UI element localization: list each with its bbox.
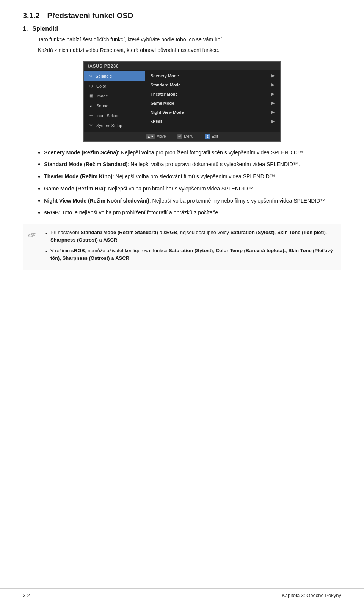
note-dot-2: • — [46, 248, 47, 256]
input-icon: ↩ — [88, 113, 94, 118]
note-bold-srgb: sRGB — [163, 229, 177, 235]
bullet-term-srgb: sRGB: — [44, 209, 61, 215]
osd-right-srgb-label: sRGB — [151, 119, 162, 124]
intro-text-1: Tato funkce nabízí šest dílčích funkcí, … — [38, 35, 341, 44]
splendid-s-icon: S — [88, 74, 93, 79]
bullet-text-srgb: sRGB: Toto je nejlepší volba pro prohlíž… — [44, 209, 341, 217]
sub1-number: 1. — [23, 25, 28, 32]
osd-menu-sound[interactable]: ♫ Sound — [84, 101, 145, 111]
osd-brand: /ASUS PB238 — [88, 64, 119, 68]
color-icon: ⬡ — [88, 83, 94, 89]
note-bold-ascr1: ASCR — [103, 237, 117, 243]
bullet-term-standard: Standard Mode (Režim Standard) — [44, 161, 127, 167]
osd-menu-color[interactable]: ⬡ Color — [84, 81, 145, 91]
bullet-term-scenery: Scenery Mode (Režim Scéna) — [44, 149, 118, 156]
osd-right-game-label: Game Mode — [151, 101, 174, 105]
bullet-text-scenery: Scenery Mode (Režim Scéna): Nejlepší vol… — [44, 149, 341, 157]
osd-footer-exit: S Exit — [205, 134, 218, 139]
osd-right-standard-label: Standard Mode — [151, 83, 180, 87]
osd-right-theater-label: Theater Mode — [151, 92, 178, 96]
sub1-title: Splendid — [32, 25, 58, 32]
footer-chapter: Kapitola 3: Obecné Pokyny — [282, 593, 341, 598]
intro-text-2: Každá z nich nabízí volbu Resetovat, kte… — [38, 46, 341, 54]
osd-footer-menu-label: Menu — [184, 134, 193, 138]
note-text-1: Při nastavení Standard Mode (Režim Stand… — [50, 229, 335, 244]
osd-right-srgb[interactable]: sRGB ▶ — [145, 117, 280, 126]
bullet-standard: • Standard Mode (Režim Standard): Nejlep… — [38, 160, 341, 169]
bullet-dot-6: • — [38, 209, 40, 216]
bullet-srgb: • sRGB: Toto je nejlepší volba pro prohl… — [38, 209, 341, 217]
osd-footer-move: ▲▼ Move — [146, 134, 166, 139]
osd-menu-system-label: System Setup — [96, 123, 122, 128]
section-heading-row: 3.1.2 Představení funkcí OSD — [23, 11, 341, 20]
note-box: ✏ • Při nastavení Standard Mode (Režim S… — [23, 224, 341, 270]
note-item-2: • V režimu sRGB, nemůže uživatel konfigu… — [46, 247, 335, 262]
exit-s-icon: S — [205, 134, 210, 139]
note-bold-ascr2: ASCR — [115, 255, 129, 261]
osd-menu-input-select[interactable]: ↩ Input Select — [84, 111, 145, 121]
bullet-dot-5: • — [38, 198, 40, 204]
sound-icon: ♫ — [88, 103, 94, 108]
osd-menu-system-setup[interactable]: ✂ System Setup — [84, 121, 145, 130]
bullet-text-game: Game Mode (Režim Hra): Nejlepší volba pr… — [44, 185, 341, 193]
bullet-dot-3: • — [38, 173, 40, 180]
bullet-term-theater: Theater Mode (Režim Kino) — [44, 173, 112, 179]
image-icon: ▦ — [88, 93, 94, 99]
note-bold-srgb2: sRGB — [71, 248, 85, 253]
move-icon: ▲▼ — [146, 134, 155, 139]
osd-arrow-nightview: ▶ — [271, 110, 275, 114]
osd-menu-splendid[interactable]: S Splendid — [84, 71, 145, 81]
osd-menu-image-label: Image — [96, 94, 108, 98]
osd-right-menu: Scenery Mode ▶ Standard Mode ▶ Theater M… — [145, 70, 280, 132]
note-bold-saturation2: Saturation (Sytost) — [169, 248, 213, 253]
osd-menu-color-label: Color — [96, 84, 106, 88]
bullet-term-game: Game Mode (Režim Hra) — [44, 185, 105, 192]
note-text-2: V režimu sRGB, nemůže uživatel konfiguro… — [50, 247, 335, 262]
menu-icon: ↵ — [177, 134, 182, 139]
bullet-nightview: • Night View Mode (Režim Noční sledování… — [38, 197, 341, 205]
osd-right-scenery[interactable]: Scenery Mode ▶ — [145, 71, 280, 80]
system-icon: ✂ — [88, 123, 94, 128]
osd-screenshot: /ASUS PB238 S Splendid ⬡ Color ▦ Image ♫ — [83, 61, 281, 142]
bullet-text-theater: Theater Mode (Režim Kino): Nejlepší volb… — [44, 173, 341, 181]
bullet-list: • Scenery Mode (Režim Scéna): Nejlepší v… — [38, 149, 341, 217]
bullet-theater: • Theater Mode (Režim Kino): Nejlepší vo… — [38, 173, 341, 181]
osd-menu-sound-label: Sound — [96, 104, 108, 108]
osd-footer-menu: ↵ Menu — [177, 134, 193, 139]
osd-right-game[interactable]: Game Mode ▶ — [145, 99, 280, 108]
bullet-dot-4: • — [38, 185, 40, 192]
osd-right-standard[interactable]: Standard Mode ▶ — [145, 80, 280, 90]
bullet-term-nightview: Night View Mode (Režim Noční sledování) — [44, 198, 149, 204]
note-bold-skintone: Skin Tone (Tón pleti) — [277, 229, 326, 235]
note-bold-colortemp: Color Temp (Barevná teplota). — [216, 248, 286, 253]
bullet-text-standard: Standard Mode (Režim Standard): Nejlepší… — [44, 160, 341, 169]
note-bold-standard: Standard Mode (Režim Standard) — [80, 229, 158, 235]
note-item-1: • Při nastavení Standard Mode (Režim Sta… — [46, 229, 335, 244]
osd-arrow-game: ▶ — [271, 101, 275, 105]
osd-right-scenery-label: Scenery Mode — [151, 74, 179, 78]
section-number: 3.1.2 — [23, 11, 39, 20]
osd-right-theater[interactable]: Theater Mode ▶ — [145, 90, 280, 99]
osd-arrow-standard: ▶ — [271, 83, 275, 87]
note-bold-saturation: Saturation (Sytost) — [231, 229, 275, 235]
osd-header: /ASUS PB238 — [84, 62, 280, 70]
note-bold-sharpness: Sharpness (Ostrost) — [50, 237, 98, 243]
bullet-dot-2: • — [38, 161, 40, 168]
page-footer: 3-2 Kapitola 3: Obecné Pokyny — [0, 588, 364, 602]
osd-left-menu: S Splendid ⬡ Color ▦ Image ♫ Sound ↩ I — [84, 70, 145, 132]
osd-menu-input-label: Input Select — [96, 113, 118, 118]
bullet-dot-1: • — [38, 149, 40, 156]
bullet-scenery: • Scenery Mode (Režim Scéna): Nejlepší v… — [38, 149, 341, 157]
bullet-text-nightview: Night View Mode (Režim Noční sledování):… — [44, 197, 341, 205]
note-bold-sharpness2: Sharpness (Ostrost) — [63, 255, 110, 261]
osd-right-nightview[interactable]: Night View Mode ▶ — [145, 108, 280, 117]
note-dot-1: • — [46, 229, 47, 238]
osd-right-nightview-label: Night View Mode — [151, 110, 184, 115]
osd-footer-move-label: Move — [157, 134, 166, 138]
sub1-row: 1. Splendid — [23, 24, 341, 35]
osd-footer-exit-label: Exit — [212, 134, 218, 138]
page-container: 3.1.2 Představení funkcí OSD 1. Splendid… — [0, 0, 364, 300]
bullet-game: • Game Mode (Režim Hra): Nejlepší volba … — [38, 185, 341, 193]
osd-arrow-theater: ▶ — [271, 92, 275, 96]
osd-menu-image[interactable]: ▦ Image — [84, 91, 145, 101]
